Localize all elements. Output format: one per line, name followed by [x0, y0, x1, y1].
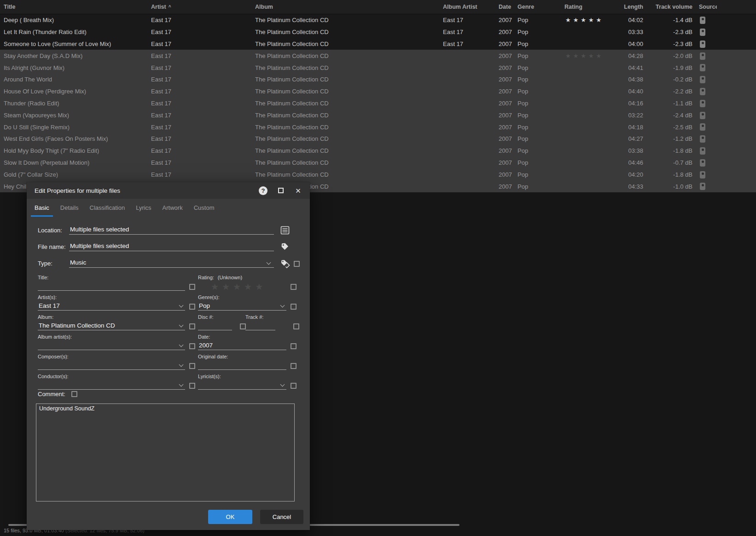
title-apply-checkbox[interactable] [189, 284, 195, 290]
title-input[interactable] [38, 282, 185, 291]
dialog-tab-bar: BasicDetailsClassificationLyricsArtworkC… [29, 200, 220, 217]
source-device-icon [700, 123, 705, 131]
basic-field-grid: Title: Rating:(Unknown) ★★★★★ Artist(s):… [38, 273, 299, 392]
track-row[interactable]: Someone to Love (Summer of Love Mix)East… [0, 38, 756, 50]
help-icon[interactable]: ? [259, 186, 268, 195]
track-row[interactable]: West End Girls (Faces On Posters Mix)Eas… [0, 133, 756, 145]
type-row: Type: Music [38, 254, 299, 271]
date-cell: 2007 [499, 76, 518, 83]
column-header-date[interactable]: Date [499, 4, 518, 10]
album-artist-cell: East 17 [443, 17, 499, 23]
genre-cell: Pop [518, 135, 564, 142]
album-apply-checkbox[interactable] [189, 323, 195, 329]
tab-basic[interactable]: Basic [29, 200, 55, 217]
tab-lyrics[interactable]: Lyrics [130, 200, 157, 217]
type-dropdown[interactable]: Music [69, 258, 274, 268]
comment-apply-checkbox[interactable] [71, 391, 77, 397]
original-date-input[interactable] [198, 361, 286, 370]
type-label: Type: [38, 260, 52, 267]
comment-textarea[interactable]: Underground SoundZ [36, 403, 295, 501]
track-row[interactable]: Let It Rain (Thunder Ratio Edit)East 17T… [0, 26, 756, 38]
album-dropdown[interactable]: The Platinum Collection CD [38, 321, 185, 330]
track-row[interactable]: Hold Myy Body Thigt (7" Radio Edit)East … [0, 145, 756, 157]
track-row[interactable]: House Of Love (Perdigree Mix)East 17The … [0, 86, 756, 98]
source-device-icon [700, 88, 705, 95]
conductors-apply-checkbox[interactable] [189, 383, 195, 389]
tab-details[interactable]: Details [55, 200, 84, 217]
tab-artwork[interactable]: Artwork [157, 200, 188, 217]
column-header-artist[interactable]: Artist^ [151, 4, 255, 10]
album-artists-apply-checkbox[interactable] [189, 343, 195, 349]
track-row[interactable]: Do U Still (Single Remix)East 17The Plat… [0, 121, 756, 133]
column-header-rating[interactable]: Rating [564, 4, 620, 10]
rating-stars[interactable]: ★★★★★ [211, 282, 266, 292]
column-header-title[interactable]: Title [4, 4, 151, 10]
lyricists-field: Lyricist(s): [198, 372, 299, 392]
original-date-apply-checkbox[interactable] [291, 363, 297, 369]
close-icon[interactable]: ✕ [294, 186, 302, 195]
rating-field-label: Rating: [198, 275, 214, 280]
track-row[interactable]: Thunder (Radio Edit)East 17The Platinum … [0, 98, 756, 110]
source-device-icon [700, 100, 705, 107]
title-field-label: Title: [38, 275, 48, 280]
source-device-icon [700, 29, 705, 36]
location-input[interactable]: Multiple files selected [69, 225, 274, 235]
track-input[interactable] [245, 321, 275, 330]
cancel-button[interactable]: Cancel [260, 510, 303, 524]
track-row[interactable]: Deep ( Breath Mix)East 17The Platinum Co… [0, 14, 756, 26]
tab-custom[interactable]: Custom [188, 200, 220, 217]
date-cell: 2007 [499, 135, 518, 142]
album-artists-dropdown[interactable] [38, 341, 185, 350]
source-cell [695, 76, 717, 84]
conductors-dropdown[interactable] [38, 380, 185, 390]
artist-cell: East 17 [151, 100, 255, 107]
album-cell: The Platinum Collection CD [255, 159, 443, 166]
genre-cell: Pop [518, 52, 564, 59]
tag-icon[interactable] [280, 242, 291, 252]
track-row[interactable]: Stay Another Day (S.A.D Mix)East 17The P… [0, 50, 756, 62]
track-row[interactable]: Slow It Down (Perpetual Motion)East 17Th… [0, 157, 756, 169]
edit-tags-icon[interactable] [280, 259, 291, 268]
chevron-down-icon [267, 260, 271, 265]
track-row[interactable]: Gold (7" Collar Size)East 17The Platinum… [0, 168, 756, 180]
column-header-source[interactable]: Source [695, 4, 717, 10]
artists-dropdown[interactable]: East 17 [38, 301, 185, 311]
lyricists-apply-checkbox[interactable] [291, 383, 297, 389]
artist-cell: East 17 [151, 64, 255, 71]
date-apply-checkbox[interactable] [291, 343, 297, 349]
ok-button[interactable]: OK [208, 510, 252, 524]
file-properties-icon[interactable] [280, 226, 291, 235]
track-table-header: TitleArtist^AlbumAlbum ArtistDateGenreRa… [0, 0, 756, 14]
rating-apply-checkbox[interactable] [291, 284, 297, 290]
date-input[interactable]: 2007 [198, 341, 286, 350]
maximize-icon[interactable] [276, 186, 285, 195]
artists-apply-checkbox[interactable] [189, 304, 195, 310]
composers-field: Composer(s): [38, 352, 198, 372]
artists-field-label: Artist(s): [38, 294, 57, 300]
disc-input[interactable] [198, 321, 232, 330]
column-header-album[interactable]: Album [255, 4, 443, 10]
genres-dropdown[interactable]: Pop [198, 301, 286, 311]
track-volume-cell: -1.1 dB [645, 100, 695, 107]
lyricists-dropdown[interactable] [198, 380, 286, 390]
track-row[interactable]: Its Alright (Guvnor Mix)East 17The Plati… [0, 62, 756, 74]
track-apply-checkbox[interactable] [293, 323, 299, 329]
date-cell: 2007 [499, 124, 518, 131]
column-header-length[interactable]: Length [620, 4, 645, 10]
artist-cell: East 17 [151, 17, 255, 23]
tab-classification[interactable]: Classification [84, 200, 131, 217]
genres-field: Genre(s): Pop [198, 293, 299, 313]
composers-dropdown[interactable] [38, 361, 185, 370]
source-cell [695, 135, 717, 143]
track-row[interactable]: Steam (Vapoureyes Mix)East 17The Platinu… [0, 109, 756, 121]
genres-apply-checkbox[interactable] [291, 304, 297, 310]
title-cell: Steam (Vapoureyes Mix) [4, 112, 151, 119]
type-apply-checkbox[interactable] [294, 261, 300, 267]
composers-apply-checkbox[interactable] [189, 363, 195, 369]
track-row[interactable]: Around The WorldEast 17The Platinum Coll… [0, 74, 756, 86]
column-header-track-volume[interactable]: Track volume [645, 4, 695, 10]
album-cell: The Platinum Collection CD [255, 88, 443, 95]
file-name-input[interactable]: Multiple files selected [69, 241, 274, 251]
column-header-genre[interactable]: Genre [518, 4, 564, 10]
column-header-album-artist[interactable]: Album Artist [443, 4, 499, 10]
